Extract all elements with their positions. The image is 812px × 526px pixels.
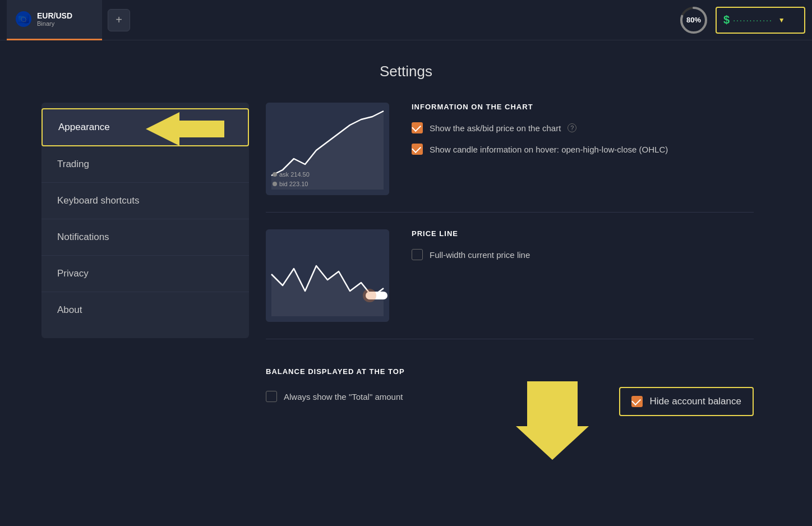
price-line-section: PRICE LINE Full-width current price line [266,229,754,339]
checkbox-candle-info[interactable] [412,144,423,155]
balance-dropdown-arrow: ▼ [778,16,785,24]
content-area: Appearance Trading Keyboard shortcuts No… [41,103,771,416]
tab-type: Binary [37,20,72,27]
sidebar-item-trading[interactable]: Trading [41,146,249,183]
sidebar-item-notifications[interactable]: Notifications [41,219,249,256]
tab-pair: EUR/USD [37,11,72,20]
balance-right: Hide account balance [527,387,754,416]
option-ask-bid[interactable]: Show the ask/bid price on the chart ? [412,122,754,133]
hide-balance-button[interactable]: Hide account balance [619,387,754,416]
progress-circle: 80% [679,5,709,35]
balance-left: Always show the "Total" amount [266,391,493,412]
sidebar-item-about[interactable]: About [41,292,249,328]
right-panel: ask 214.50 bid 223.10 INFORMATION ON THE… [249,103,771,416]
price-line-title: PRICE LINE [412,229,754,238]
progress-label: 80% [686,16,701,24]
tab-info: EUR/USD Binary [37,11,72,27]
help-icon-ask-bid[interactable]: ? [568,123,576,132]
add-tab-button[interactable]: + [108,9,130,31]
chart-ask-bid-label: ask 214.50 bid 223.10 [273,170,310,188]
page-title: Settings [380,63,432,80]
chart-thumbnail-ask-bid: ask 214.50 bid 223.10 [266,103,389,195]
checkbox-ask-bid[interactable] [412,122,423,133]
topbar-right: 80% $ ············ ▼ [679,5,805,35]
checkbox-hide-balance[interactable] [631,396,643,407]
main-content: Settings Appearance Trading Keyboard sho… [0,40,812,427]
sidebar-item-privacy[interactable]: Privacy [41,256,249,292]
price-line-row: PRICE LINE Full-width current price line [266,229,754,322]
price-line-options: PRICE LINE Full-width current price line [412,229,754,270]
option-candle-info[interactable]: Show candle information on hover: open-h… [412,144,754,155]
chart-info-options: INFORMATION ON THE CHART Show the ask/bi… [412,103,754,165]
svg-point-8 [363,289,376,302]
chart-info-section: ask 214.50 bid 223.10 INFORMATION ON THE… [266,103,754,213]
tab-eur-usd[interactable]: 🇪🇺 EUR/USD Binary [7,0,102,40]
balance-row: Always show the "Total" amount Hide acco… [266,387,754,416]
balance-section: BALANCE DISPLAYED AT THE TOP Always show… [266,356,754,416]
flag-icon: 🇪🇺 [16,11,31,27]
sidebar: Appearance Trading Keyboard shortcuts No… [41,103,249,338]
checkbox-always-total[interactable] [266,391,277,402]
sidebar-item-keyboard-shortcuts[interactable]: Keyboard shortcuts [41,183,249,219]
topbar: 🇪🇺 EUR/USD Binary + 80% $ ············ [0,0,812,40]
sidebar-item-appearance[interactable]: Appearance [41,108,249,146]
balance-section-title: BALANCE DISPLAYED AT THE TOP [266,367,754,376]
chart-info-row: ask 214.50 bid 223.10 INFORMATION ON THE… [266,103,754,195]
chart-thumbnail-price-line [266,229,389,322]
option-always-total[interactable]: Always show the "Total" amount [266,391,493,402]
balance-button[interactable]: $ ············ ▼ [716,7,805,34]
chart-info-title: INFORMATION ON THE CHART [412,103,754,111]
balance-dots: ············ [733,16,773,25]
checkbox-full-width[interactable] [412,249,423,260]
option-full-width[interactable]: Full-width current price line [412,249,754,260]
balance-dollar-sign: $ [723,13,730,26]
